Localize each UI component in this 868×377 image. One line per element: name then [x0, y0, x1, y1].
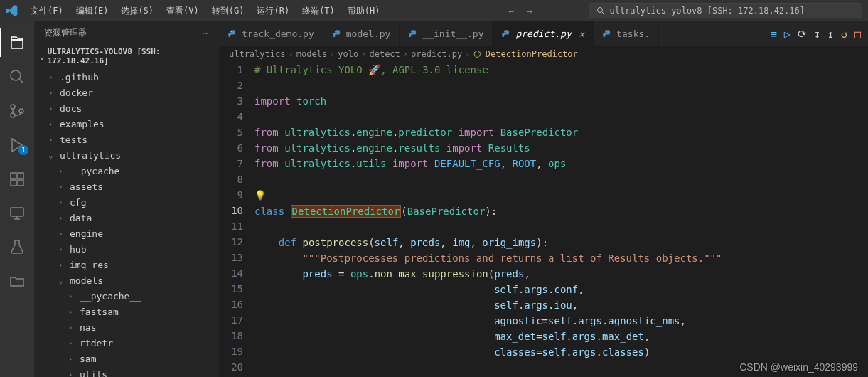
tree-item[interactable]: ›fastsam: [34, 304, 219, 319]
breadcrumb-part[interactable]: predict.py: [411, 49, 462, 59]
tree-item-label: docs: [60, 103, 82, 114]
tree-item-label: fastsam: [80, 307, 119, 317]
svg-line-3: [19, 79, 23, 83]
nav-fwd-icon[interactable]: →: [527, 6, 532, 16]
python-file-icon: [408, 29, 418, 39]
svg-point-5: [11, 113, 15, 117]
chevron-right-icon: ›: [58, 198, 65, 207]
stop-icon[interactable]: □: [854, 28, 861, 41]
tree-item[interactable]: ›engine: [34, 225, 219, 241]
editor-area: track_demo.pymodel.py__init__.pypredict.…: [219, 21, 868, 377]
tree-item[interactable]: ›examples: [34, 116, 219, 132]
menu-item[interactable]: 帮助(H): [343, 0, 385, 21]
tab-bar: track_demo.pymodel.py__init__.pypredict.…: [219, 21, 868, 46]
activity-search-icon[interactable]: [0, 63, 34, 91]
activity-debug-icon[interactable]: 1: [0, 131, 34, 159]
tree-item[interactable]: ›docs: [34, 100, 219, 116]
activity-extensions-icon[interactable]: [0, 165, 34, 193]
sidebar-more-icon[interactable]: ⋯: [203, 28, 209, 38]
editor-tab[interactable]: model.py: [323, 21, 400, 46]
editor-tab[interactable]: tasks.: [594, 21, 659, 46]
tree-item[interactable]: ›hub: [34, 241, 219, 257]
run-icon[interactable]: ▷: [784, 28, 791, 41]
chevron-down-icon: ⌄: [48, 151, 55, 160]
editor-tab[interactable]: __init__.py: [400, 21, 493, 46]
project-title[interactable]: ⌄ ULTRALYTICS-YOLOV8 [SSH: 172.18.42.16]: [34, 45, 219, 68]
menu-item[interactable]: 文件(F): [26, 0, 68, 21]
svg-point-17: [412, 31, 412, 31]
svg-rect-9: [11, 180, 16, 186]
svg-rect-10: [18, 180, 23, 186]
python-file-icon: [602, 29, 612, 39]
activity-scm-icon[interactable]: [0, 97, 34, 125]
tree-item[interactable]: ›docker: [34, 85, 219, 100]
tree-item[interactable]: ›assets: [34, 179, 219, 194]
breadcrumb-part[interactable]: ultralytics: [229, 49, 285, 59]
breadcrumb-part[interactable]: yolo: [338, 49, 358, 59]
tree-item[interactable]: ›tests: [34, 132, 219, 147]
sidebar-header: 资源管理器 ⋯: [34, 21, 219, 45]
toggle-sidebar-icon[interactable]: ≡: [771, 28, 777, 41]
editor-tab[interactable]: track_demo.py: [219, 21, 323, 46]
nav-arrows[interactable]: ← →: [509, 6, 533, 16]
tree-item[interactable]: ›utils: [34, 366, 219, 377]
menu-item[interactable]: 转到(G): [207, 0, 250, 21]
close-icon[interactable]: ×: [579, 28, 584, 40]
menu-item[interactable]: 查看(V): [161, 0, 204, 21]
activity-remote-icon[interactable]: [0, 199, 34, 228]
menu-item[interactable]: 编辑(E): [71, 0, 114, 21]
tree-item-label: docker: [60, 87, 93, 98]
activity-test-icon[interactable]: [0, 233, 34, 262]
menu-item[interactable]: 运行(R): [252, 0, 294, 21]
python-file-icon: [501, 29, 511, 39]
tree-item-label: sam: [80, 354, 96, 364]
chevron-down-icon: ⌄: [40, 52, 45, 61]
titlebar-search[interactable]: ultralytics-yolov8 [SSH: 172.18.42.16]: [589, 3, 862, 18]
code-lines[interactable]: # Ultralytics YOLO 🚀, AGPL-3.0 license i…: [254, 62, 868, 377]
tab-label: predict.py: [515, 28, 571, 39]
chevron-right-icon: ›: [58, 260, 65, 270]
breadcrumb-part[interactable]: detect: [369, 49, 400, 59]
tree-item[interactable]: ›.github: [34, 69, 219, 85]
file-tree: ›.github›docker›docs›examples›tests⌄ultr…: [34, 68, 219, 377]
step-over-icon[interactable]: ↧: [814, 28, 820, 41]
search-icon: [596, 6, 605, 15]
chevron-right-icon: ›: [58, 213, 65, 223]
code-editor[interactable]: 1234567891011121314151617181920 # Ultral…: [219, 62, 868, 377]
chevron-right-icon: ›: [58, 166, 65, 176]
tree-item[interactable]: ›sam: [34, 351, 219, 366]
tree-item[interactable]: ›img_res: [34, 257, 219, 272]
chevron-right-icon: ›: [68, 307, 75, 317]
chevron-down-icon: ⌄: [58, 276, 65, 285]
restart-icon[interactable]: ↺: [841, 28, 847, 41]
breadcrumb-part[interactable]: models: [296, 49, 327, 59]
menu-item[interactable]: 终端(T): [297, 0, 340, 21]
tree-item[interactable]: ›__pycache__: [34, 288, 219, 304]
tree-item[interactable]: ⌄ultralytics: [34, 147, 219, 163]
tree-item[interactable]: ›__pycache__: [34, 163, 219, 179]
activity-explorer-icon[interactable]: [0, 28, 34, 57]
tree-item-label: engine: [70, 228, 103, 239]
refresh-icon[interactable]: ⟳: [798, 28, 807, 41]
tab-label: tasks.: [616, 28, 650, 39]
svg-point-16: [335, 31, 336, 31]
tree-item-label: examples: [60, 119, 105, 129]
breadcrumb-class[interactable]: ⬡ DetectionPredictor: [473, 49, 578, 59]
tree-item-label: ultralytics: [60, 150, 121, 161]
titlebar: 文件(F)编辑(E)选择(S)查看(V)转到(G)运行(R)终端(T)帮助(H)…: [0, 0, 868, 21]
tree-item[interactable]: ›rtdetr: [34, 335, 219, 351]
tree-item[interactable]: ›data: [34, 210, 219, 225]
tree-item[interactable]: ⌄models: [34, 272, 219, 288]
step-into-icon[interactable]: ↥: [827, 28, 834, 41]
breadcrumb[interactable]: ultralytics › models › yolo › detect › p…: [219, 46, 868, 62]
activity-folder-icon[interactable]: [0, 267, 34, 296]
nav-back-icon[interactable]: ←: [509, 6, 515, 16]
editor-tab[interactable]: predict.py×: [493, 21, 594, 46]
tree-item-label: tests: [60, 134, 87, 145]
menu-item[interactable]: 选择(S): [116, 0, 159, 21]
watermark: CSDN @weixin_40293999: [739, 361, 858, 373]
vscode-logo-icon: [6, 4, 18, 17]
tree-item[interactable]: ›nas: [34, 319, 219, 335]
tree-item[interactable]: ›cfg: [34, 194, 219, 210]
chevron-right-icon: ›: [68, 354, 75, 363]
